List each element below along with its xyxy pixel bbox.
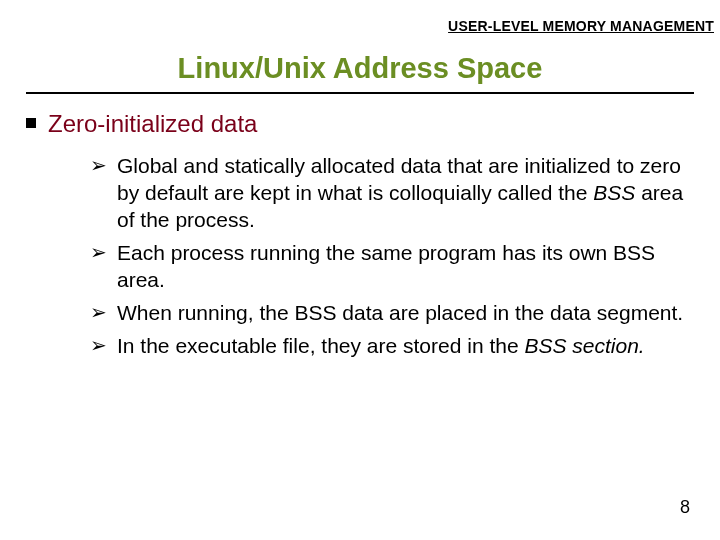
list-item: ➢ Each process running the same program … (90, 239, 694, 293)
title-underline (26, 92, 694, 94)
arrow-icon: ➢ (90, 299, 107, 325)
text-pre: When running, the BSS data are placed in… (117, 301, 683, 324)
section-heading: Zero-initialized data (48, 110, 257, 138)
square-bullet-icon (26, 118, 36, 128)
text-pre: In the executable file, they are stored … (117, 334, 524, 357)
page-number: 8 (680, 497, 690, 518)
arrow-icon: ➢ (90, 332, 107, 358)
bullet-text: When running, the BSS data are placed in… (117, 299, 683, 326)
list-item: ➢ Global and statically allocated data t… (90, 152, 694, 233)
section-row: Zero-initialized data (26, 110, 694, 138)
header-label: USER-LEVEL MEMORY MANAGEMENT (448, 18, 714, 34)
title-wrap: Linux/Unix Address Space (0, 52, 720, 85)
slide-title: Linux/Unix Address Space (178, 52, 543, 85)
text-em: BSS section. (524, 334, 644, 357)
content-area: Zero-initialized data ➢ Global and stati… (26, 110, 694, 365)
bullet-list: ➢ Global and statically allocated data t… (90, 152, 694, 359)
arrow-icon: ➢ (90, 152, 107, 178)
bullet-text: Global and statically allocated data tha… (117, 152, 694, 233)
text-pre: Each process running the same program ha… (117, 241, 655, 291)
arrow-icon: ➢ (90, 239, 107, 265)
bullet-text: Each process running the same program ha… (117, 239, 694, 293)
list-item: ➢ In the executable file, they are store… (90, 332, 694, 359)
text-em: BSS (593, 181, 635, 204)
bullet-text: In the executable file, they are stored … (117, 332, 645, 359)
list-item: ➢ When running, the BSS data are placed … (90, 299, 694, 326)
